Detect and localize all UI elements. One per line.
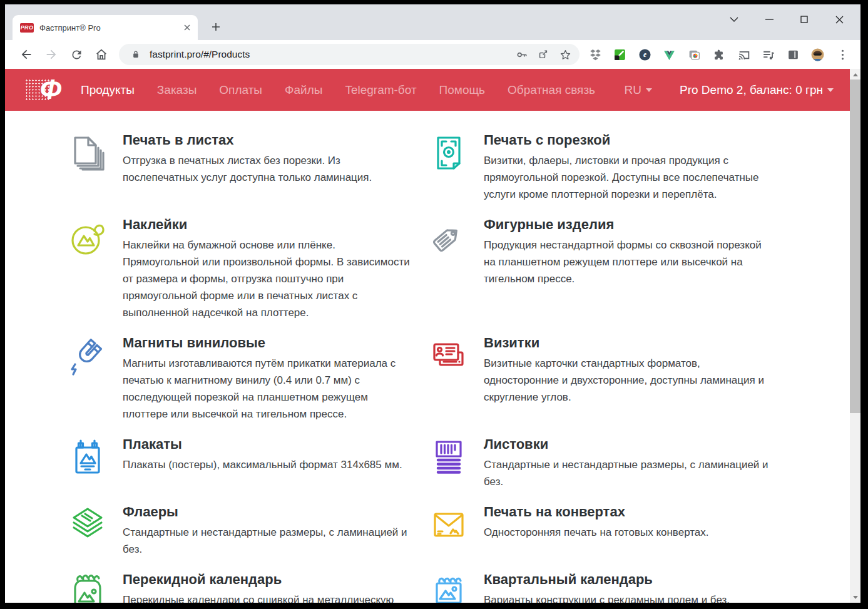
chevron-down-icon	[827, 88, 834, 95]
products-grid: Печать в листахОтгрузка в печатных листа…	[5, 111, 850, 603]
scroll-down-arrow[interactable]	[850, 592, 860, 603]
product-item[interactable]: ЛистовкиСтандартные и нестандартные разм…	[429, 436, 775, 490]
account-menu[interactable]: Pro Demo 2, баланс: 0 грн	[680, 83, 834, 97]
playlist-music-icon[interactable]	[758, 44, 779, 65]
extensions-row: e	[583, 44, 854, 65]
product-item[interactable]: Фигурные изделияПродукция нестандартной …	[429, 217, 775, 321]
language-selector[interactable]: RU	[625, 83, 652, 97]
address-bar[interactable]: fastprint.pro/#/Products	[119, 44, 580, 65]
close-icon[interactable]	[822, 9, 857, 29]
nav-item-help[interactable]: Помощь	[439, 83, 485, 97]
browser-window: PRO Фастпринт® Pro	[5, 4, 860, 603]
nav-item-orders[interactable]: Заказы	[157, 83, 197, 97]
product-text: ФлаерыСтандартные и нестандартные размер…	[123, 504, 414, 558]
product-title[interactable]: Магниты виниловые	[123, 335, 414, 351]
product-description: Перекидные календари со сшивкой на метал…	[123, 591, 414, 603]
product-item[interactable]: Печать на конвертахОдносторонняя печать …	[429, 504, 775, 558]
share-icon[interactable]	[535, 46, 551, 63]
extensions-puzzle-icon[interactable]	[708, 44, 730, 65]
product-text: Фигурные изделияПродукция нестандартной …	[484, 217, 775, 321]
product-title[interactable]: Печать на конвертах	[484, 504, 709, 520]
product-item[interactable]: Печать с порезкойВизитки, флаеры, листов…	[429, 132, 775, 203]
product-item[interactable]: Квартальный календарьВарианты конструкци…	[429, 571, 775, 603]
language-label: RU	[625, 83, 641, 97]
star-icon[interactable]	[557, 46, 573, 63]
site-navbar: Ф ПродуктыЗаказыОплатыФайлыTelegram-ботП…	[5, 69, 850, 111]
scroll-up-arrow[interactable]	[850, 69, 860, 79]
product-item[interactable]: Печать в листахОтгрузка в печатных листа…	[68, 132, 414, 203]
back-icon[interactable]	[14, 42, 39, 67]
browser-toolbar: fastprint.pro/#/Products e	[5, 40, 860, 69]
flip-calendar-icon	[68, 573, 108, 603]
business-cards-icon	[429, 336, 469, 376]
cast-icon[interactable]	[733, 44, 754, 65]
reader-sidebar-icon[interactable]	[782, 44, 804, 65]
product-title[interactable]: Наклейки	[123, 217, 414, 233]
lightshot-extension-icon[interactable]	[610, 44, 631, 65]
reload-icon[interactable]	[64, 42, 89, 67]
url-text[interactable]: fastprint.pro/#/Products	[150, 49, 508, 60]
forward-icon[interactable]	[39, 42, 64, 67]
leaflets-icon	[429, 438, 469, 478]
lock-icon[interactable]	[128, 46, 144, 63]
product-title[interactable]: Печать в листах	[123, 132, 414, 148]
product-title[interactable]: Флаеры	[123, 504, 414, 520]
product-item[interactable]: ВизиткиВизитные карточки стандартных фор…	[429, 335, 775, 422]
product-text: Печать с порезкойВизитки, флаеры, листов…	[484, 132, 775, 203]
product-title[interactable]: Перекидной календарь	[123, 571, 414, 588]
product-description: Односторонняя печать на готовых конверта…	[484, 524, 709, 541]
nav-item-products[interactable]: Продукты	[81, 83, 135, 97]
product-description: Визитки, флаеры, листовки и прочая проду…	[484, 152, 775, 203]
nav-item-telegram-bot[interactable]: Telegram-бот	[345, 83, 416, 97]
product-item[interactable]: Магниты виниловыеМагниты изготавливаются…	[68, 335, 414, 422]
scrollbar-thumb[interactable]	[850, 79, 860, 413]
nav-item-files[interactable]: Файлы	[285, 83, 322, 97]
magnet-icon	[68, 336, 108, 376]
product-item[interactable]: Перекидной календарьПерекидные календари…	[68, 571, 414, 603]
product-description: Плакаты (постеры), максимальный формат 3…	[123, 456, 402, 473]
product-item[interactable]: ФлаерыСтандартные и нестандартные размер…	[68, 504, 414, 558]
product-text: Печать на конвертахОдносторонняя печать …	[484, 504, 709, 558]
product-title[interactable]: Плакаты	[123, 436, 402, 453]
page-viewport: Ф ПродуктыЗаказыОплатыФайлыTelegram-ботП…	[5, 69, 860, 603]
vue-devtools-extension-icon[interactable]	[659, 44, 680, 65]
nav-item-feedback[interactable]: Обратная связь	[508, 83, 595, 97]
product-title[interactable]: Печать с порезкой	[484, 132, 775, 148]
nav-item-payments[interactable]: Оплаты	[219, 83, 262, 97]
product-title[interactable]: Листовки	[484, 436, 775, 453]
product-title[interactable]: Фигурные изделия	[484, 217, 775, 233]
product-item[interactable]: НаклейкиНаклейки на бумажной основе или …	[68, 217, 414, 321]
tab-search-chevron-icon[interactable]	[717, 9, 752, 29]
tab-strip: PRO Фастпринт® Pro	[5, 4, 860, 40]
key-icon[interactable]	[513, 46, 529, 63]
nav-right: RU Pro Demo 2, баланс: 0 грн	[625, 83, 834, 97]
product-title[interactable]: Визитки	[484, 335, 775, 351]
evernote-extension-icon[interactable]: e	[634, 44, 655, 65]
product-item[interactable]: ПлакатыПлакаты (постеры), максимальный ф…	[68, 436, 414, 490]
fastprint-logo[interactable]: Ф	[25, 76, 61, 104]
poster-icon	[68, 438, 108, 478]
cut-sheet-icon	[429, 133, 469, 173]
product-title[interactable]: Квартальный календарь	[484, 571, 730, 588]
photos-extension-icon[interactable]	[683, 44, 705, 65]
home-icon[interactable]	[89, 42, 114, 67]
profile-avatar[interactable]	[807, 44, 829, 65]
browser-menu-icon[interactable]	[832, 44, 853, 65]
tab-close-icon[interactable]	[181, 22, 193, 33]
new-tab-button[interactable]	[207, 18, 225, 36]
flyers-icon	[68, 505, 108, 545]
product-text: ПлакатыПлакаты (постеры), максимальный ф…	[123, 436, 402, 490]
product-text: ВизиткиВизитные карточки стандартных фор…	[484, 335, 775, 422]
page-scrollbar[interactable]	[850, 69, 860, 603]
chevron-down-icon	[646, 88, 652, 95]
dropbox-extension-icon[interactable]	[585, 44, 606, 65]
product-description: Отгрузка в печатных листах без порезки. …	[123, 152, 414, 186]
product-description: Визитные карточки стандартных форматов, …	[484, 355, 775, 406]
product-text: Печать в листахОтгрузка в печатных листа…	[123, 132, 414, 203]
product-text: Перекидной календарьПерекидные календари…	[123, 571, 414, 603]
minimize-icon[interactable]	[752, 9, 787, 29]
envelope-icon	[429, 505, 469, 545]
browser-tab[interactable]: PRO Фастпринт® Pro	[13, 15, 198, 40]
maximize-icon[interactable]	[787, 9, 822, 29]
product-description: Магниты изготавливаются путём прикатки м…	[123, 355, 414, 422]
